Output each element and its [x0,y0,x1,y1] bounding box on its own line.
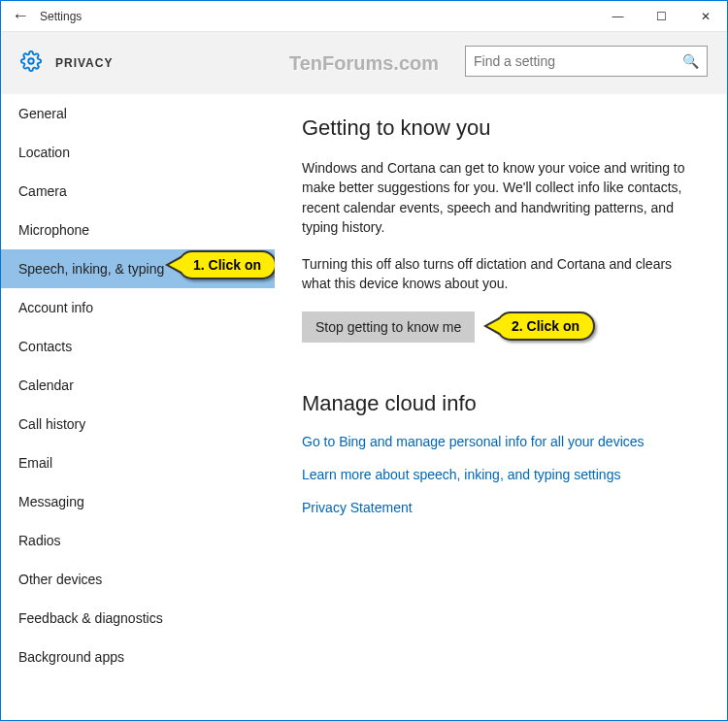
sidebar-item-call-history[interactable]: Call history [1,405,275,443]
heading-getting-to-know-you: Getting to know you [302,115,700,141]
sidebar-item-other-devices[interactable]: Other devices [1,560,275,599]
content-pane: Getting to know you Windows and Cortana … [275,94,727,720]
link-bing-manage-personal-info[interactable]: Go to Bing and manage personal info for … [302,434,700,449]
window-title: Settings [40,10,596,23]
link-learn-more-speech-inking-typing[interactable]: Learn more about speech, inking, and typ… [302,467,700,482]
titlebar: ← Settings ― ☐ ✕ [1,1,727,32]
gear-icon [20,50,42,76]
stop-getting-to-know-me-button[interactable]: Stop getting to know me [302,311,475,343]
sidebar-item-email[interactable]: Email [1,443,275,482]
callout-one: 1. Click on [178,250,275,279]
minimize-button[interactable]: ― [596,1,640,32]
breadcrumb: PRIVACY [55,56,113,70]
sidebar-item-calendar[interactable]: Calendar [1,366,275,405]
svg-point-0 [28,58,34,64]
sidebar-item-account-info[interactable]: Account info [1,288,275,327]
sidebar-item-feedback-diagnostics[interactable]: Feedback & diagnostics [1,599,275,638]
heading-manage-cloud-info: Manage cloud info [302,391,700,416]
sidebar-item-label: Speech, inking, & typing [18,261,164,277]
sidebar-item-radios[interactable]: Radios [1,521,275,560]
sidebar-item-contacts[interactable]: Contacts [1,327,275,366]
link-privacy-statement[interactable]: Privacy Statement [302,500,700,515]
close-button[interactable]: ✕ [683,1,727,32]
maximize-button[interactable]: ☐ [640,1,683,32]
sidebar-item-background-apps[interactable]: Background apps [1,638,275,676]
search-input[interactable] [474,53,682,69]
header: PRIVACY 🔍 [1,32,727,94]
callout-two: 2. Click on [496,311,595,341]
sidebar-item-camera[interactable]: Camera [1,172,275,211]
description-paragraph-2: Turning this off also turns off dictatio… [302,254,700,294]
description-paragraph-1: Windows and Cortana can get to know your… [302,158,700,237]
search-icon: 🔍 [682,53,699,69]
sidebar-item-microphone[interactable]: Microphone [1,211,275,249]
back-button[interactable]: ← [1,6,40,26]
search-box[interactable]: 🔍 [465,46,708,77]
sidebar-item-messaging[interactable]: Messaging [1,482,275,521]
sidebar-item-speech-inking-typing[interactable]: Speech, inking, & typing 1. Click on [1,249,275,288]
sidebar-item-general[interactable]: General [1,94,275,133]
sidebar-item-location[interactable]: Location [1,133,275,172]
sidebar: General Location Camera Microphone Speec… [1,94,275,720]
